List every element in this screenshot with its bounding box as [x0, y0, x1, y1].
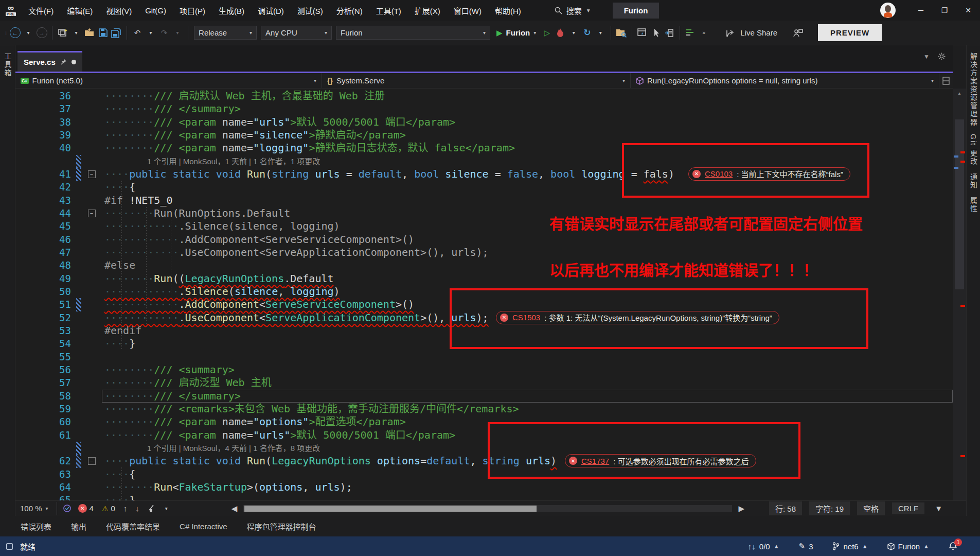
spaces-indicator[interactable]: 空格 — [857, 501, 885, 515]
notifications-button[interactable]: 1 — [949, 542, 957, 551]
fold-marker[interactable]: − — [88, 170, 96, 178]
code-cleanup-icon[interactable] — [144, 505, 161, 513]
menu-item[interactable]: 文件(F) — [22, 0, 60, 21]
line-ending-indicator[interactable]: CRLF — [892, 502, 924, 514]
menu-item[interactable]: 工具(T) — [369, 0, 408, 21]
code-line[interactable]: ····} — [102, 494, 953, 500]
tab-list-chevron-icon[interactable]: ▼ — [923, 53, 930, 60]
task-list-icon[interactable] — [684, 26, 697, 40]
error-mark[interactable] — [960, 305, 965, 307]
project-dropdown[interactable]: C# Furion (net5.0) ▾ — [15, 73, 322, 88]
cursor-select-icon[interactable] — [650, 26, 662, 40]
open-folder-icon[interactable] — [83, 26, 96, 40]
menu-item[interactable]: 扩展(X) — [408, 0, 447, 21]
fold-marker[interactable]: − — [88, 457, 96, 465]
code-line[interactable]: ········/// <param name="silence">静默启动</… — [102, 129, 953, 142]
horizontal-scroll-thumb[interactable] — [244, 506, 537, 512]
error-mark[interactable] — [960, 455, 965, 457]
user-avatar[interactable] — [880, 3, 896, 18]
platform-select[interactable]: Any CPU▾ — [261, 26, 332, 40]
solution-context-badge[interactable]: Furion — [613, 3, 660, 19]
code-line[interactable]: ········/// 启动泛型 Web 主机 — [102, 376, 953, 389]
undo-dropdown[interactable]: ▾ — [145, 26, 157, 40]
caret-column-indicator[interactable]: 字符: 19 — [809, 501, 850, 515]
code-line[interactable]: ········/// <remarks>未包含 Web 基础功能，需手动注册服… — [102, 403, 953, 415]
menu-item[interactable]: 测试(S) — [291, 0, 330, 21]
scroll-down-icon[interactable]: ▼ — [931, 504, 947, 513]
zoom-select[interactable]: 100 %▾ — [15, 504, 53, 513]
document-health-icon[interactable] — [61, 501, 74, 516]
change-mark[interactable] — [954, 167, 958, 169]
menu-item[interactable]: 项目(P) — [173, 0, 212, 21]
code-line[interactable]: ············.AddComponent<ServeServiceCo… — [102, 233, 953, 246]
preview-button[interactable]: PREVIEW — [818, 24, 882, 41]
redo-dropdown[interactable]: ▾ — [171, 26, 184, 40]
navigate-forward-button[interactable]: → — [35, 26, 48, 40]
next-issue-icon[interactable]: ↓ — [131, 504, 144, 513]
live-share-button[interactable]: Live Share — [726, 28, 777, 38]
code-line[interactable]: ········/// </summary> — [102, 102, 953, 115]
navigate-back-button[interactable]: ← — [9, 26, 21, 40]
side-panel-tab[interactable]: 通知 — [968, 173, 978, 189]
close-button[interactable]: ✕ — [956, 0, 980, 21]
menu-item[interactable]: 生成(B) — [212, 0, 251, 21]
save-all-icon[interactable] — [110, 26, 122, 40]
code-line[interactable]: ········Run<FakeStartup>(options, urls); — [102, 481, 953, 494]
fold-marker[interactable]: − — [88, 210, 96, 217]
settings-gear-icon[interactable] — [938, 53, 946, 60]
send-feedback-icon[interactable] — [792, 26, 804, 40]
code-line[interactable]: #else — [102, 259, 953, 272]
undo-icon[interactable]: ↶ — [131, 26, 144, 40]
member-dropdown[interactable]: Run(LegacyRunOptions options = null, str… — [631, 73, 939, 88]
scroll-left-icon[interactable]: ◀ — [227, 504, 242, 513]
previous-issue-icon[interactable]: ↑ — [119, 504, 132, 513]
type-dropdown[interactable]: {} System.Serve ▾ — [322, 73, 631, 88]
code-cleanup-dropdown[interactable]: ▾ — [161, 506, 172, 511]
configuration-select[interactable]: Release▾ — [194, 26, 257, 40]
code-line[interactable]: ········/// <summary> — [102, 363, 953, 376]
copy-document-icon[interactable] — [663, 26, 675, 40]
toolbar-grip[interactable]: ⁞ — [5, 30, 6, 36]
repository-button[interactable]: Furion ▲ — [887, 542, 929, 551]
restart-dropdown[interactable]: ▾ — [594, 26, 607, 40]
menu-item[interactable]: 视图(V) — [99, 0, 138, 21]
pin-icon[interactable] — [60, 59, 67, 65]
panel-tab[interactable]: 输出 — [71, 521, 86, 532]
change-mark[interactable] — [954, 155, 958, 158]
find-in-files-icon[interactable] — [615, 26, 628, 40]
toolbox-tab[interactable]: 工具箱 — [3, 53, 13, 77]
toolbar-overflow[interactable]: » — [698, 26, 710, 40]
start-without-debugging-icon[interactable]: ▷ — [541, 26, 553, 40]
background-tasks-icon[interactable] — [6, 543, 13, 550]
search-box[interactable]: 搜索 ▼ — [555, 5, 591, 16]
tab-serve-cs[interactable]: Serve.cs — [17, 51, 82, 72]
side-panel-tab[interactable]: 解决方案资源管理器 — [968, 53, 978, 127]
menu-item[interactable]: 窗口(W) — [447, 0, 488, 21]
split-editor-icon[interactable] — [939, 73, 953, 88]
code-line[interactable] — [102, 351, 953, 363]
side-panel-tab[interactable]: Git 更改 — [968, 134, 978, 166]
vertical-scroll-thumb[interactable] — [955, 119, 964, 289]
redo-icon[interactable]: ↷ — [158, 26, 170, 40]
panel-tab[interactable]: C# Interactive — [180, 522, 227, 531]
error-mark[interactable] — [960, 151, 965, 153]
menu-item[interactable]: 编辑(E) — [60, 0, 99, 21]
code-line[interactable]: ········/// 启动默认 Web 主机，含最基础的 Web 注册 — [102, 90, 953, 102]
caret-line-indicator[interactable]: 行: 58 — [769, 501, 802, 515]
new-project-dropdown[interactable]: ▾ — [70, 26, 82, 40]
menu-item[interactable]: 帮助(H) — [488, 0, 528, 21]
hot-reload-dropdown[interactable]: ▾ — [567, 26, 580, 40]
panel-tab[interactable]: 错误列表 — [21, 521, 51, 532]
restart-icon[interactable]: ↻ — [581, 26, 593, 40]
pending-changes-button[interactable]: ✎ 3 — [799, 542, 813, 551]
solution-window-icon[interactable] — [636, 26, 649, 40]
git-sync-button[interactable]: ↑↓ 0/0 ▲ — [748, 542, 779, 551]
minimize-button[interactable]: ─ — [909, 0, 933, 21]
side-panel-tab[interactable]: 属性 — [968, 197, 978, 213]
menu-item[interactable]: 调试(D) — [251, 0, 291, 21]
maximize-button[interactable]: ❐ — [933, 0, 956, 21]
panel-tab[interactable]: 代码覆盖率结果 — [106, 521, 160, 532]
hot-reload-icon[interactable] — [554, 26, 566, 40]
error-mark[interactable] — [960, 161, 965, 163]
scroll-right-icon[interactable]: ▶ — [734, 504, 749, 513]
